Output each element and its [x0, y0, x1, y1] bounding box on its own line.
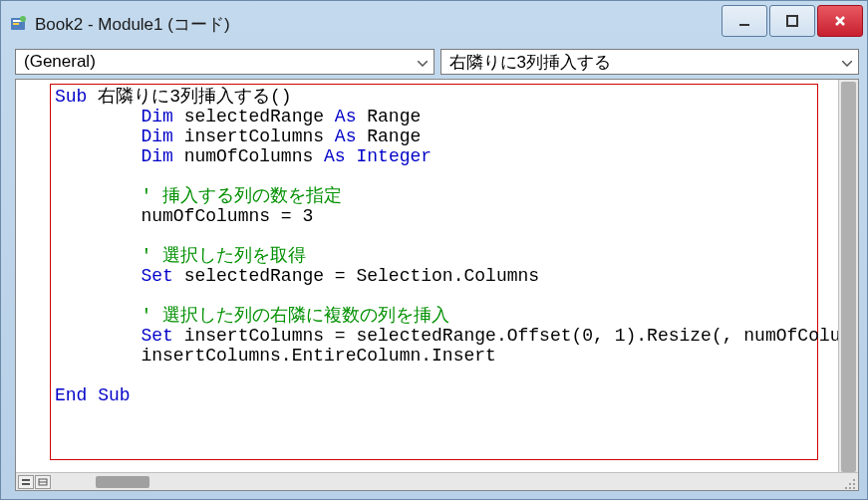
- code-line: End Sub: [55, 385, 813, 405]
- code-line: ' 挿入する列の数を指定: [55, 186, 813, 206]
- bottom-bar: [16, 472, 858, 490]
- vba-code-window: Book2 - Module1 (コード) (General) 右隣りに3列挿入…: [0, 0, 868, 500]
- chevron-down-icon: [418, 52, 428, 72]
- svg-point-13: [853, 487, 855, 489]
- code-line: Set selectedRange = Selection.Columns: [55, 266, 813, 286]
- window-controls: [720, 5, 863, 37]
- close-button[interactable]: [817, 5, 863, 37]
- svg-rect-5: [787, 16, 797, 26]
- chevron-down-icon: [842, 52, 852, 72]
- horizontal-scrollbar-thumb[interactable]: [96, 476, 149, 488]
- svg-point-11: [853, 483, 855, 485]
- code-line: Dim insertColumns As Range: [55, 126, 813, 146]
- code-line: insertColumns.EntireColumn.Insert: [55, 346, 813, 366]
- code-line: numOfColumns = 3: [55, 206, 813, 226]
- code-line: ' 選択した列を取得: [55, 246, 813, 266]
- svg-rect-4: [739, 24, 749, 26]
- svg-point-15: [845, 487, 847, 489]
- horizontal-scrollbar[interactable]: [56, 475, 838, 489]
- code-container: Sub 右隣りに3列挿入する() Dim selectedRange As Ra…: [16, 80, 858, 472]
- code-editor[interactable]: Sub 右隣りに3列挿入する() Dim selectedRange As Ra…: [50, 84, 818, 460]
- code-line: [55, 166, 813, 186]
- code-line: Dim selectedRange As Range: [55, 107, 813, 126]
- object-dropdown-value: (General): [24, 52, 96, 72]
- procedure-dropdown[interactable]: 右隣りに3列挿入する: [440, 49, 860, 75]
- dropdown-row: (General) 右隣りに3列挿入する: [1, 47, 867, 77]
- full-module-view-button[interactable]: [35, 475, 51, 489]
- procedure-view-button[interactable]: [18, 475, 34, 489]
- code-line: ' 選択した列の右隣に複数の列を挿入: [55, 306, 813, 326]
- titlebar[interactable]: Book2 - Module1 (コード): [1, 1, 867, 47]
- code-line: Dim numOfColumns As Integer: [55, 146, 813, 166]
- code-line: [55, 366, 813, 385]
- maximize-button[interactable]: [769, 5, 815, 37]
- svg-point-14: [849, 487, 851, 489]
- svg-point-12: [849, 483, 851, 485]
- vertical-scrollbar-thumb[interactable]: [841, 82, 856, 472]
- svg-rect-2: [13, 23, 19, 25]
- view-buttons: [16, 475, 52, 489]
- vertical-scrollbar[interactable]: [838, 80, 858, 472]
- svg-rect-7: [22, 483, 30, 485]
- svg-point-10: [853, 479, 855, 481]
- code-line: [55, 286, 813, 306]
- procedure-dropdown-value: 右隣りに3列挿入する: [449, 51, 611, 74]
- resize-grip-icon[interactable]: [844, 476, 856, 488]
- object-dropdown[interactable]: (General): [15, 49, 434, 75]
- code-line: [55, 226, 813, 246]
- svg-rect-6: [22, 479, 30, 481]
- code-line: Sub 右隣りに3列挿入する(): [55, 87, 813, 107]
- content-area: Sub 右隣りに3列挿入する() Dim selectedRange As Ra…: [15, 79, 859, 491]
- app-icon: [9, 14, 29, 34]
- svg-point-3: [20, 16, 26, 22]
- minimize-button[interactable]: [722, 5, 767, 37]
- code-line: Set insertColumns = selectedRange.Offset…: [55, 326, 813, 346]
